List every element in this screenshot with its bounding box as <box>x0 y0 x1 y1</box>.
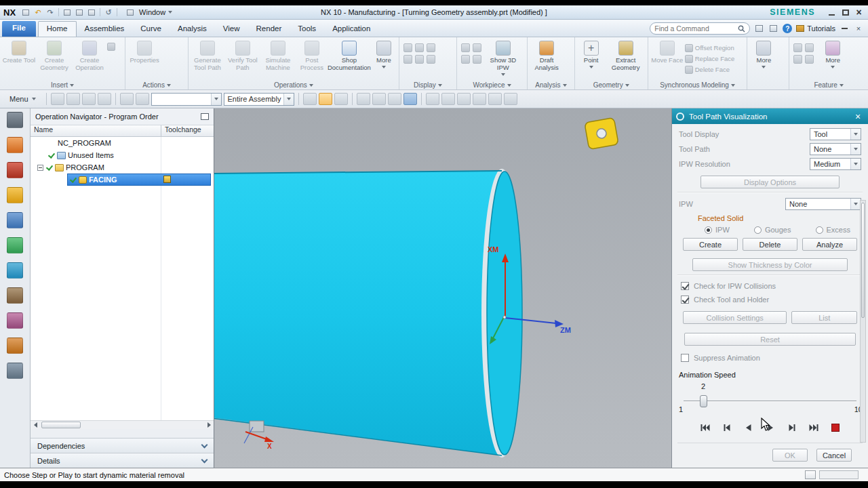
menu-button[interactable]: Menu <box>3 94 42 104</box>
group-label-synchronous-modeling[interactable]: Synchronous Modeling <box>648 81 747 89</box>
operation-navigator-icon[interactable] <box>7 112 23 128</box>
point-button[interactable]: + Point <box>576 39 606 68</box>
measure-icon[interactable] <box>504 93 517 105</box>
workpiece-option-icon[interactable] <box>461 55 470 64</box>
tab-view[interactable]: View <box>215 22 248 37</box>
extract-geometry-button[interactable]: Extract Geometry <box>606 39 646 72</box>
list-button[interactable]: List <box>791 311 857 324</box>
status-tray-icon[interactable] <box>805 470 816 479</box>
offset-region-button[interactable]: Offset Region <box>685 43 735 53</box>
fit-view-icon[interactable] <box>457 93 471 105</box>
animation-speed-slider[interactable]: 2 1 10 <box>684 382 856 415</box>
combo-arrow[interactable] <box>850 144 861 155</box>
dialog-close-icon[interactable]: × <box>852 110 864 123</box>
combo-arrow[interactable] <box>850 199 861 209</box>
scroll-left-arrow[interactable] <box>31 421 40 429</box>
tree-horizontal-scrollbar[interactable] <box>31 420 214 429</box>
create-button[interactable]: Create <box>683 238 738 251</box>
slider-thumb[interactable] <box>700 395 707 407</box>
display-option-icon[interactable] <box>427 43 435 52</box>
select-edge-icon[interactable] <box>82 93 96 105</box>
process-studio-icon[interactable] <box>7 312 23 329</box>
combo-arrow[interactable] <box>850 129 861 140</box>
show-3d-ipw-button[interactable]: Show 3D IPW <box>486 39 521 76</box>
check-ipw-collisions-row[interactable]: Check for IPW Collisions <box>672 279 868 293</box>
tab-home[interactable]: Home <box>38 21 77 37</box>
create-geometry-button[interactable]: Create Geometry <box>37 39 72 72</box>
show-hide-icon[interactable] <box>334 93 348 105</box>
selection-filter-combo[interactable] <box>151 93 222 106</box>
tool-display-select[interactable]: Tool <box>810 128 861 140</box>
sync-more-button[interactable]: More <box>749 39 778 68</box>
cut-icon[interactable] <box>62 7 73 18</box>
collision-settings-button[interactable]: Collision Settings <box>683 311 787 324</box>
minimize-button[interactable] <box>825 7 838 18</box>
undock-panel-icon[interactable] <box>201 113 209 120</box>
group-label-insert[interactable]: Insert <box>0 81 125 89</box>
feature-more-button[interactable]: More <box>818 39 848 68</box>
display-option-icon[interactable] <box>403 55 412 64</box>
select-all-icon[interactable] <box>51 93 64 105</box>
window-menu-button[interactable]: Window <box>119 7 177 18</box>
workpiece-cylinder[interactable] <box>214 169 522 458</box>
scrollbar-thumb[interactable] <box>41 422 81 428</box>
tab-assemblies[interactable]: Assemblies <box>77 22 133 37</box>
feature-option-icon[interactable] <box>793 55 802 64</box>
scroll-right-arrow[interactable] <box>204 421 214 429</box>
reset-button[interactable]: Reset <box>684 333 856 346</box>
radio-ipw[interactable]: IPW <box>705 226 730 234</box>
command-finder[interactable] <box>650 22 750 35</box>
check-tool-and-holder-row[interactable]: Check Tool and Holder <box>672 293 868 306</box>
scrollbar-thumb[interactable] <box>861 203 865 318</box>
replace-face-button[interactable]: Replace Face <box>685 54 735 64</box>
combo-arrow[interactable] <box>211 94 221 105</box>
shaded-view-icon[interactable] <box>388 93 401 105</box>
close-button[interactable]: × <box>852 7 865 18</box>
step-forward-button[interactable] <box>783 420 800 434</box>
workpiece-option-icon[interactable] <box>473 43 481 52</box>
dialog-scrollbar[interactable] <box>860 200 866 443</box>
orient-view-icon[interactable] <box>473 93 486 105</box>
go-to-start-button[interactable] <box>696 420 713 434</box>
highlight-related-icon[interactable] <box>303 93 317 105</box>
display-option-icon[interactable] <box>403 43 412 52</box>
group-label-analysis[interactable]: Analysis <box>528 81 574 89</box>
ipw-resolution-select[interactable]: Medium <box>810 158 861 170</box>
circle-tool-icon[interactable] <box>488 93 502 105</box>
tab-file[interactable]: File <box>2 21 36 37</box>
tab-tools[interactable]: Tools <box>290 22 324 37</box>
generate-tool-path-button[interactable]: Generate Tool Path <box>190 39 225 72</box>
play-reverse-button[interactable] <box>740 420 757 434</box>
properties-button[interactable]: Properties <box>127 39 162 64</box>
column-header-toolchange[interactable]: Toolchange <box>161 125 214 136</box>
group-label-geometry[interactable]: Geometry <box>575 81 648 89</box>
verify-tool-path-button[interactable]: Verify Tool Path <box>225 39 260 72</box>
tutorials-button[interactable]: Tutorials <box>796 24 835 33</box>
restore-button[interactable] <box>839 7 852 18</box>
part-navigator-icon[interactable] <box>7 187 23 203</box>
group-label-actions[interactable]: Actions <box>125 81 188 89</box>
cancel-button[interactable]: Cancel <box>816 449 852 462</box>
group-label-workpiece[interactable]: Workpiece <box>457 81 527 89</box>
move-face-button[interactable]: Move Face <box>650 39 685 64</box>
help-icon[interactable]: ? <box>782 24 793 34</box>
shop-documentation-button[interactable]: Shop Documentation <box>328 39 370 72</box>
lasso-icon[interactable] <box>372 93 386 105</box>
suppress-animation-row[interactable]: Suppress Animation <box>672 351 868 365</box>
delete-button[interactable]: Delete <box>743 238 797 251</box>
repeat-command-icon[interactable]: ↺ <box>103 7 114 18</box>
combo-arrow[interactable] <box>283 94 294 105</box>
assembly-navigator-icon[interactable] <box>7 137 23 153</box>
operations-more-button[interactable]: More <box>370 39 397 68</box>
dependencies-section[interactable]: Dependencies <box>31 438 214 453</box>
redo-icon[interactable]: ↷ <box>45 7 56 18</box>
tab-curve[interactable]: Curve <box>132 22 170 37</box>
snap-point-icon[interactable] <box>120 93 134 105</box>
constraint-navigator-icon[interactable] <box>7 162 23 178</box>
radio-excess[interactable]: Excess <box>816 226 850 234</box>
analyze-button[interactable]: Analyze <box>802 238 857 251</box>
tree-row-nc-program[interactable]: NC_PROGRAM <box>31 137 214 149</box>
ipw-select[interactable]: None <box>785 198 861 210</box>
feature-option-icon[interactable] <box>805 55 814 64</box>
graphics-viewport[interactable]: XM ZM X <box>214 108 671 468</box>
